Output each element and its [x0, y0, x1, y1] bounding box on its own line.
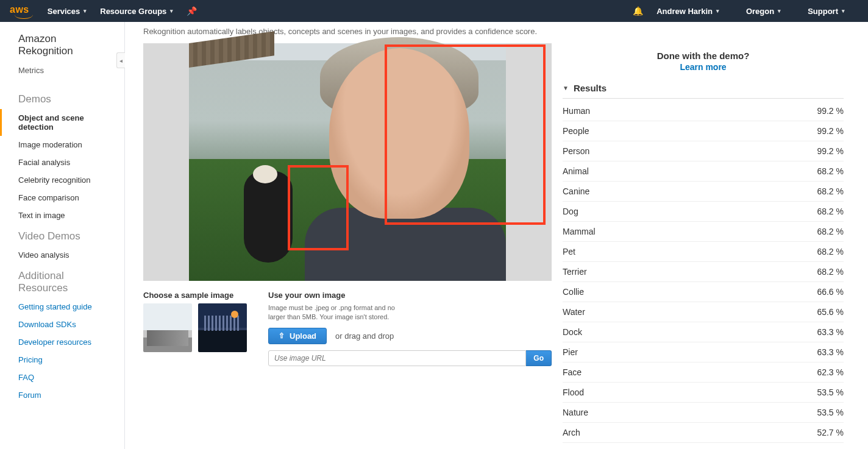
- sidebar-item[interactable]: Object and scene detection: [0, 109, 124, 136]
- image-url-input[interactable]: [268, 350, 526, 366]
- result-confidence: 68.2 %: [817, 267, 844, 277]
- sidebar-collapse-handle[interactable]: ◂: [116, 52, 125, 68]
- sidebar-item[interactable]: Face comparison: [0, 189, 124, 207]
- chevron-down-icon: ▾: [170, 8, 173, 14]
- sidebar-group-title: Additional Resources: [0, 264, 124, 298]
- top-nav: aws Services▾ Resource Groups▾ 📌 🔔 Andre…: [0, 0, 868, 22]
- result-row: Person99.2 %: [563, 141, 844, 161]
- result-confidence: 63.3 %: [817, 347, 844, 357]
- upload-label: Upload: [290, 331, 316, 341]
- result-name: Water: [563, 307, 585, 317]
- sidebar: ◂ Amazon Rekognition Metrics DemosObject…: [0, 22, 125, 449]
- nav-region[interactable]: Oregon▾: [746, 7, 781, 16]
- chevron-down-icon: ▾: [84, 8, 87, 14]
- sidebar-item[interactable]: Facial analysis: [0, 154, 124, 171]
- chevron-down-icon: ▾: [778, 8, 781, 14]
- result-row: Nature53.5 %: [563, 403, 844, 423]
- sidebar-link[interactable]: Developer resources: [0, 333, 124, 351]
- drag-text: or drag and drop: [335, 331, 394, 341]
- sidebar-group-title: Demos: [0, 87, 124, 109]
- result-name: Terrier: [563, 267, 587, 277]
- result-row: Terrier68.2 %: [563, 262, 844, 282]
- result-name: Nature: [563, 408, 588, 417]
- result-confidence: 53.5 %: [817, 387, 844, 397]
- sample-thumb-2[interactable]: [198, 303, 247, 352]
- nav-services[interactable]: Services▾: [48, 7, 87, 16]
- results-list: Human99.2 %People99.2 %Person99.2 %Anima…: [563, 101, 844, 443]
- result-row: Canine68.2 %: [563, 182, 844, 202]
- result-name: Arch: [563, 428, 580, 437]
- nav-user[interactable]: Andrew Harkin▾: [656, 7, 719, 16]
- sidebar-link[interactable]: Pricing: [0, 351, 124, 369]
- result-confidence: 66.6 %: [817, 287, 844, 297]
- result-confidence: 68.2 %: [817, 207, 844, 216]
- chevron-down-icon: ▾: [716, 8, 719, 14]
- result-row: Pier63.3 %: [563, 342, 844, 362]
- bell-icon[interactable]: 🔔: [633, 6, 643, 16]
- result-confidence: 99.2 %: [817, 146, 844, 156]
- analyzed-image: [143, 43, 552, 281]
- own-note: Image must be .jpeg or .png format and n…: [268, 303, 408, 322]
- sidebar-link[interactable]: Getting started guide: [0, 298, 124, 316]
- sidebar-link[interactable]: FAQ: [0, 369, 124, 386]
- demo-done-block: Done with the demo? Learn more: [563, 43, 844, 77]
- result-name: Human: [563, 106, 590, 116]
- result-row: Pet68.2 %: [563, 242, 844, 262]
- go-button[interactable]: Go: [526, 350, 552, 366]
- sidebar-link[interactable]: Forum: [0, 386, 124, 404]
- nav-user-label: Andrew Harkin: [656, 7, 713, 16]
- result-name: Canine: [563, 186, 589, 196]
- upload-button[interactable]: ⇧ Upload: [268, 328, 327, 344]
- bounding-box-dog: [288, 165, 349, 250]
- result-name: Animal: [563, 166, 589, 176]
- nav-support-label: Support: [808, 7, 838, 16]
- sidebar-title: Amazon Rekognition: [0, 33, 124, 63]
- sample-thumb-1[interactable]: [143, 303, 192, 352]
- result-confidence: 99.2 %: [817, 126, 844, 136]
- result-confidence: 68.2 %: [817, 247, 844, 256]
- sidebar-item[interactable]: Celebrity recognition: [0, 171, 124, 189]
- result-name: Collie: [563, 287, 584, 297]
- pin-icon[interactable]: 📌: [187, 6, 197, 16]
- results-header[interactable]: ▼ Results: [563, 77, 844, 99]
- result-row: Dog68.2 %: [563, 202, 844, 222]
- sidebar-item[interactable]: Image moderation: [0, 136, 124, 154]
- nav-services-label: Services: [48, 7, 80, 16]
- result-name: Pier: [563, 347, 578, 357]
- sidebar-metrics-link[interactable]: Metrics: [0, 63, 124, 87]
- result-row: Mammal68.2 %: [563, 222, 844, 242]
- result-row: Water65.6 %: [563, 302, 844, 322]
- result-row: Collie66.6 %: [563, 282, 844, 302]
- main-content: Rekognition automatically labels objects…: [125, 22, 868, 449]
- result-name: Mammal: [563, 227, 596, 236]
- sidebar-link[interactable]: Download SDKs: [0, 316, 124, 333]
- result-row: People99.2 %: [563, 121, 844, 141]
- upload-icon: ⇧: [279, 331, 285, 340]
- nav-support[interactable]: Support▾: [808, 7, 845, 16]
- sample-title: Choose a sample image: [143, 291, 250, 300]
- result-name: Dock: [563, 327, 582, 337]
- result-name: Face: [563, 367, 582, 377]
- result-confidence: 99.2 %: [817, 106, 844, 116]
- learn-more-link[interactable]: Learn more: [563, 62, 844, 72]
- bounding-box-person: [385, 44, 546, 225]
- result-name: Dog: [563, 207, 578, 216]
- sidebar-group-title: Video Demos: [0, 224, 124, 246]
- chevron-down-icon: ▼: [563, 85, 569, 91]
- result-confidence: 62.3 %: [817, 367, 844, 377]
- result-confidence: 53.5 %: [817, 408, 844, 417]
- result-confidence: 63.3 %: [817, 327, 844, 337]
- demo-done-text: Done with the demo?: [563, 51, 844, 61]
- sidebar-item[interactable]: Text in image: [0, 207, 124, 224]
- aws-logo[interactable]: aws: [10, 4, 29, 18]
- result-name: Person: [563, 146, 589, 156]
- result-confidence: 65.6 %: [817, 307, 844, 317]
- result-row: Face62.3 %: [563, 362, 844, 383]
- result-confidence: 68.2 %: [817, 227, 844, 236]
- nav-resource-groups[interactable]: Resource Groups▾: [100, 7, 173, 16]
- chevron-down-icon: ▾: [842, 8, 845, 14]
- sidebar-item[interactable]: Video analysis: [0, 246, 124, 264]
- result-row: Arch52.7 %: [563, 423, 844, 443]
- result-row: Dock63.3 %: [563, 322, 844, 342]
- photo-canvas: [189, 43, 506, 281]
